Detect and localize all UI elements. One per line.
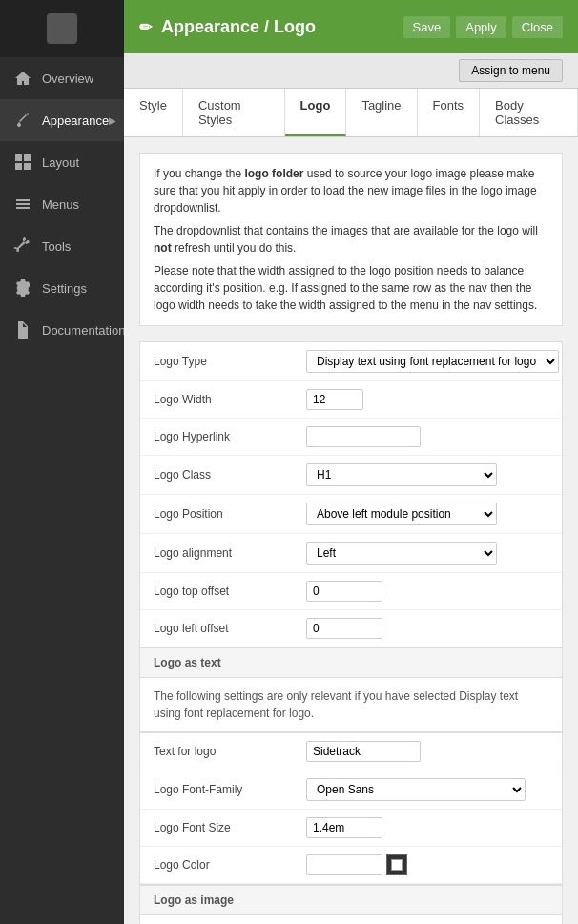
logo-font-size-input[interactable]: [306, 817, 382, 838]
logo-type-control: Display text using font replacement for …: [306, 350, 559, 373]
page-title: Appearance / Logo: [161, 17, 316, 37]
sidebar-logo: [0, 0, 124, 57]
logo-hyperlink-label: Logo Hyperlink: [154, 430, 306, 443]
logo-as-image-info: The following settings are only relevant…: [139, 915, 563, 924]
doc-icon: [13, 320, 32, 339]
save-button[interactable]: Save: [403, 16, 451, 38]
tab-bar: Style Custom Styles Logo Tagline Fonts B…: [124, 89, 578, 137]
color-swatch[interactable]: [386, 854, 407, 875]
brush-icon: [13, 111, 32, 130]
logo-as-text-form: Text for logo Logo Font-Family Open Sans…: [139, 732, 563, 885]
text-for-logo-control: [306, 741, 548, 762]
main-content: ✏ Appearance / Logo Save Apply Close Ass…: [124, 0, 578, 924]
logo-as-image-header: Logo as image: [139, 885, 563, 915]
info-paragraph-1: If you change the logo folder used to so…: [154, 165, 548, 216]
logo-width-row: Logo Width: [140, 381, 562, 419]
sidebar-item-label-documentation: Documentation: [42, 323, 125, 338]
tab-logo[interactable]: Logo: [285, 89, 347, 136]
sidebar-item-label-tools: Tools: [42, 239, 71, 254]
tab-custom-styles[interactable]: Custom Styles: [183, 89, 285, 136]
logo-left-offset-row: Logo left offset: [140, 610, 562, 647]
sidebar-item-label-appearance: Appearance: [42, 113, 109, 128]
logo-class-label: Logo Class: [154, 468, 306, 482]
sidebar-item-settings[interactable]: Settings: [0, 267, 124, 309]
logo-class-row: Logo Class H1: [140, 456, 562, 495]
logo-class-select[interactable]: H1: [306, 463, 497, 486]
svg-rect-0: [15, 154, 22, 161]
info-box: If you change the logo folder used to so…: [139, 153, 563, 326]
text-for-logo-label: Text for logo: [154, 745, 306, 758]
sidebar-item-tools[interactable]: Tools: [0, 225, 124, 267]
logo-hyperlink-input[interactable]: [306, 426, 421, 447]
logo-alignment-label: Logo alignment: [154, 546, 306, 560]
logo-position-label: Logo Position: [154, 507, 306, 521]
color-picker: [306, 854, 548, 875]
logo-as-text-info: The following settings are only relevant…: [139, 678, 563, 732]
logo-as-text-header: Logo as text: [139, 648, 563, 678]
sidebar-item-label-overview: Overview: [42, 72, 93, 86]
logo-width-input[interactable]: [306, 389, 363, 410]
tab-body-classes[interactable]: Body Classes: [480, 89, 578, 136]
svg-rect-4: [16, 199, 30, 201]
logo-top-offset-input[interactable]: [306, 581, 382, 602]
logo-font-size-row: Logo Font Size: [140, 810, 562, 847]
logo-color-control: [306, 854, 548, 875]
logo-type-label: Logo Type: [154, 355, 306, 368]
logo-type-row: Logo Type Display text using font replac…: [140, 342, 562, 381]
gear-icon: [13, 278, 32, 298]
svg-rect-2: [15, 163, 22, 170]
logo-font-family-label: Logo Font-Family: [154, 783, 306, 796]
logo-type-select[interactable]: Display text using font replacement for …: [306, 350, 559, 373]
sidebar-item-documentation[interactable]: Documentation: [0, 309, 124, 351]
header-title-group: ✏ Appearance / Logo: [139, 17, 316, 37]
logo-color-input[interactable]: [306, 854, 382, 875]
apply-button[interactable]: Apply: [456, 16, 506, 38]
svg-rect-1: [24, 154, 31, 161]
tab-tagline[interactable]: Tagline: [346, 89, 417, 136]
logo-hyperlink-row: Logo Hyperlink: [140, 419, 562, 456]
text-for-logo-input[interactable]: [306, 741, 421, 762]
logo-font-size-control: [306, 817, 548, 838]
sidebar-item-label-settings: Settings: [42, 281, 87, 296]
close-button[interactable]: Close: [512, 16, 563, 38]
logo-icon: [47, 13, 77, 44]
header-actions: Save Apply Close: [403, 16, 563, 38]
chevron-right-icon: ▶: [109, 115, 116, 126]
logo-position-select[interactable]: Above left module position: [306, 503, 497, 525]
logo-width-label: Logo Width: [154, 393, 306, 406]
logo-color-label: Logo Color: [154, 858, 306, 872]
sidebar-item-label-menus: Menus: [42, 197, 79, 212]
tab-style[interactable]: Style: [124, 89, 183, 136]
sidebar-item-overview[interactable]: Overview: [0, 57, 124, 99]
logo-font-size-label: Logo Font Size: [154, 821, 306, 834]
info-paragraph-2: The dropdownlist that contains the image…: [154, 222, 548, 257]
wrench-icon: [13, 236, 32, 256]
tab-fonts[interactable]: Fonts: [418, 89, 481, 136]
logo-left-offset-label: Logo left offset: [154, 622, 306, 635]
logo-left-offset-input[interactable]: [306, 618, 382, 639]
logo-width-control: [306, 389, 548, 410]
sidebar-item-appearance[interactable]: Appearance ▶: [0, 99, 124, 141]
logo-alignment-row: Logo alignment Left: [140, 534, 562, 573]
main-form-section: Logo Type Display text using font replac…: [139, 341, 563, 648]
logo-class-control: H1: [306, 463, 548, 486]
sidebar-item-menus[interactable]: Menus: [0, 183, 124, 225]
assign-bar: Assign to menu: [124, 53, 578, 89]
color-swatch-inner: [391, 859, 403, 871]
logo-alignment-select[interactable]: Left: [306, 542, 497, 565]
logo-top-offset-row: Logo top offset: [140, 573, 562, 610]
home-icon: [13, 69, 32, 88]
content-area: If you change the logo folder used to so…: [124, 137, 578, 924]
sidebar: Overview Appearance ▶ Layout Menus Tools…: [0, 0, 124, 924]
assign-to-menu-button[interactable]: Assign to menu: [459, 59, 563, 82]
logo-alignment-control: Left: [306, 542, 548, 565]
text-for-logo-row: Text for logo: [140, 733, 562, 770]
page-header: ✏ Appearance / Logo Save Apply Close: [124, 0, 578, 53]
sidebar-item-layout[interactable]: Layout: [0, 141, 124, 183]
svg-rect-3: [24, 163, 31, 170]
svg-rect-5: [16, 203, 30, 205]
logo-position-control: Above left module position: [306, 503, 548, 525]
pencil-icon: ✏: [139, 18, 152, 36]
logo-font-family-select[interactable]: Open Sans: [306, 778, 526, 801]
logo-top-offset-control: [306, 581, 548, 602]
